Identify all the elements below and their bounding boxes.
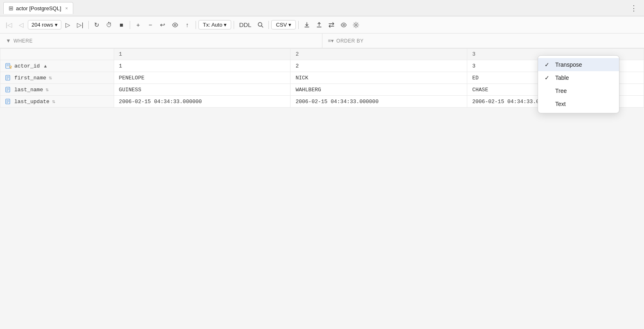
first-page-button[interactable]: |◁ bbox=[3, 19, 15, 31]
sep1 bbox=[88, 21, 89, 29]
toolbar: |◁ ◁ 204 rows ▾ ▷ ▷| ↻ ⏱ ■ + − ↩ ↑ Tx: A… bbox=[0, 16, 644, 34]
field-name-cell[interactable]: actor_id ▲ bbox=[0, 60, 114, 72]
field-name-cell[interactable]: last_update ⇅ bbox=[0, 96, 114, 108]
svg-point-1 bbox=[258, 23, 262, 26]
tx-label: Tx: Auto bbox=[203, 22, 223, 28]
csv-label: CSV bbox=[276, 22, 287, 28]
filter-icon: ▼ bbox=[6, 38, 11, 44]
checkmark-icon: ✓ bbox=[545, 74, 551, 81]
pk-icon bbox=[5, 63, 12, 69]
orderby-label: ORDER BY bbox=[336, 38, 364, 44]
transfer-icon bbox=[328, 22, 335, 28]
remove-row-button[interactable]: − bbox=[145, 19, 156, 31]
tab-title: actor [PostgreSQL] bbox=[16, 5, 61, 11]
sep4 bbox=[234, 21, 234, 29]
dropdown-item-table[interactable]: ✓ Table bbox=[538, 71, 619, 84]
field-name-cell[interactable]: first_name ⇅ bbox=[0, 72, 114, 84]
last-page-button[interactable]: ▷| bbox=[74, 19, 86, 31]
upload-icon bbox=[316, 22, 322, 28]
col-icon bbox=[5, 86, 12, 93]
submit-button[interactable]: ↑ bbox=[182, 19, 193, 31]
checkmark-icon: ✓ bbox=[545, 61, 551, 68]
field-label: actor_id bbox=[14, 63, 40, 69]
sort-asc-icon: ▲ bbox=[43, 63, 47, 68]
tx-dropdown-icon: ▾ bbox=[224, 22, 227, 28]
col-icon bbox=[5, 98, 12, 105]
field-label: last_update bbox=[14, 99, 50, 105]
cell-firstname-2[interactable]: NICK bbox=[290, 72, 467, 84]
field-label: first_name bbox=[14, 75, 46, 81]
cell-lastupdate-2[interactable]: 2006-02-15 04:34:33.000000 bbox=[290, 96, 467, 108]
actor-tab[interactable]: ⊞ actor [PostgreSQL] × bbox=[3, 2, 73, 14]
svg-point-8 bbox=[10, 66, 11, 68]
download-icon bbox=[304, 22, 310, 28]
sep6 bbox=[298, 21, 299, 29]
header-col-2[interactable]: 2 bbox=[290, 49, 467, 60]
cell-lastname-2[interactable]: WAHLBERG bbox=[290, 84, 467, 96]
settings-icon bbox=[353, 22, 359, 28]
header-col-1[interactable]: 1 bbox=[114, 49, 290, 60]
transfer-button[interactable] bbox=[326, 19, 337, 31]
preview-icon bbox=[172, 22, 178, 28]
dropdown-item-label: Transpose bbox=[555, 61, 582, 68]
dropdown-item-tree[interactable]: Tree bbox=[538, 84, 619, 97]
sep3 bbox=[196, 21, 196, 29]
tab-close-button[interactable]: × bbox=[65, 6, 68, 11]
stop-button[interactable]: ■ bbox=[116, 19, 127, 31]
csv-selector[interactable]: CSV ▾ bbox=[271, 20, 296, 29]
sort-icon: ⇅ bbox=[49, 76, 52, 80]
sort-icon: ⇅ bbox=[52, 99, 55, 104]
view-dropdown-menu: ✓ Transpose ✓ Table Tree Text bbox=[538, 55, 619, 108]
header-rowname bbox=[0, 49, 114, 60]
dropdown-item-label: Table bbox=[555, 74, 569, 81]
cell-lastupdate-1[interactable]: 2006-02-15 04:34:33.000000 bbox=[114, 96, 290, 108]
field-label: last_name bbox=[14, 87, 43, 93]
dropdown-item-label: Tree bbox=[555, 88, 567, 94]
field-name-cell[interactable]: last_name ⇅ bbox=[0, 84, 114, 96]
where-label: WHERE bbox=[14, 38, 33, 44]
tab-bar: ⊞ actor [PostgreSQL] × ⋮ bbox=[0, 0, 644, 16]
history-button[interactable]: ⏱ bbox=[104, 19, 115, 31]
orderby-section[interactable]: ≡▾ ORDER BY bbox=[322, 34, 644, 48]
svg-line-2 bbox=[261, 26, 263, 27]
cell-actor-id-2[interactable]: 2 bbox=[290, 60, 467, 72]
settings-button[interactable] bbox=[350, 19, 362, 31]
where-section[interactable]: ▼ WHERE bbox=[0, 34, 322, 48]
filter-bar: ▼ WHERE ≡▾ ORDER BY bbox=[0, 34, 644, 48]
svg-point-0 bbox=[174, 24, 176, 26]
upload-button[interactable] bbox=[313, 19, 325, 31]
prev-page-button[interactable]: ◁ bbox=[16, 19, 27, 31]
dropdown-item-transpose[interactable]: ✓ Transpose bbox=[538, 58, 619, 71]
undo-button[interactable]: ↩ bbox=[157, 19, 169, 31]
svg-point-4 bbox=[355, 24, 357, 26]
tx-selector[interactable]: Tx: Auto ▾ bbox=[198, 20, 232, 29]
table-icon: ⊞ bbox=[9, 5, 14, 11]
more-options-button[interactable]: ⋮ bbox=[627, 2, 641, 14]
cell-lastname-1[interactable]: GUINESS bbox=[114, 84, 290, 96]
rows-dropdown-icon: ▾ bbox=[55, 22, 58, 28]
rows-count: 204 rows bbox=[32, 22, 53, 28]
download-button[interactable] bbox=[301, 19, 313, 31]
rows-selector[interactable]: 204 rows ▾ bbox=[28, 20, 61, 29]
sort-icon: ⇅ bbox=[45, 88, 49, 92]
csv-dropdown-icon: ▾ bbox=[288, 22, 291, 28]
sep5 bbox=[268, 21, 269, 29]
refresh-button[interactable]: ↻ bbox=[91, 19, 103, 31]
svg-point-3 bbox=[343, 24, 345, 26]
next-page-button[interactable]: ▷ bbox=[62, 19, 74, 31]
ddl-button[interactable]: DDL bbox=[236, 19, 254, 31]
eye-icon bbox=[340, 22, 347, 28]
add-row-button[interactable]: + bbox=[133, 19, 144, 31]
col-icon bbox=[5, 74, 12, 81]
sep2 bbox=[130, 21, 130, 29]
cell-firstname-1[interactable]: PENELOPE bbox=[114, 72, 290, 84]
view-button[interactable] bbox=[338, 19, 349, 31]
preview-button[interactable] bbox=[169, 19, 181, 31]
search-icon bbox=[257, 22, 263, 28]
dropdown-item-label: Text bbox=[555, 101, 566, 107]
dropdown-item-text[interactable]: Text bbox=[538, 97, 619, 108]
orderby-icon: ≡▾ bbox=[328, 38, 334, 44]
cell-actor-id-1[interactable]: 1 bbox=[114, 60, 290, 72]
search-button[interactable] bbox=[254, 19, 266, 31]
